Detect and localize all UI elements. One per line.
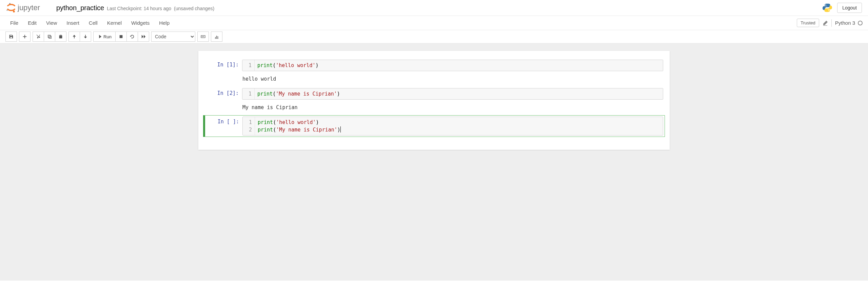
cut-button[interactable] (33, 32, 44, 42)
logout-button[interactable]: Logout (837, 3, 862, 13)
output-prompt (203, 75, 240, 83)
title-group: python_practice Last Checkpoint: 14 hour… (56, 4, 822, 12)
text-cursor (340, 126, 341, 132)
menu-widgets[interactable]: Widgets (126, 17, 154, 29)
paste-button[interactable] (55, 32, 66, 42)
code-cell[interactable]: In [1]:1print('hello world') (203, 58, 665, 73)
restart-run-all-button[interactable] (138, 32, 149, 42)
svg-rect-8 (120, 35, 123, 38)
menu-view[interactable]: View (41, 17, 62, 29)
svg-rect-6 (48, 35, 51, 38)
output-prompt (203, 103, 240, 112)
menu-help[interactable]: Help (154, 17, 174, 29)
kernel-status-idle-icon (858, 21, 863, 25)
cell-output: My name is Ciprian (240, 103, 665, 112)
notebook-scroll-area[interactable]: In [1]:1print('hello world')hello worldI… (0, 43, 868, 281)
command-palette-button[interactable] (197, 32, 209, 42)
notebook-name[interactable]: python_practice (56, 4, 104, 12)
unsaved-text: (unsaved changes) (174, 6, 214, 11)
code-cell[interactable]: In [ ]:12print('hello world')print('My n… (203, 115, 665, 137)
code-editor[interactable]: print('hello world') (255, 60, 663, 71)
menu-insert[interactable]: Insert (62, 17, 84, 29)
kernel-indicator[interactable]: Python 3 (835, 20, 863, 26)
code-editor[interactable]: print('My name is Ciprian') (255, 88, 663, 99)
trusted-indicator[interactable]: Trusted (797, 19, 819, 27)
svg-rect-9 (201, 36, 205, 38)
line-number-gutter: 1 (242, 60, 255, 71)
kernel-name: Python 3 (835, 20, 855, 26)
menu-edit[interactable]: Edit (23, 17, 41, 29)
move-down-button[interactable] (80, 32, 91, 42)
svg-point-5 (829, 10, 829, 11)
cell-input-area[interactable]: 1print('My name is Ciprian') (242, 88, 663, 100)
python-icon (822, 3, 832, 13)
interrupt-button[interactable] (116, 32, 127, 42)
svg-rect-7 (49, 36, 51, 38)
notebook-header: jupyter python_practice Last Checkpoint:… (0, 0, 868, 16)
svg-point-1 (13, 11, 15, 13)
menubar: FileEditViewInsertCellKernelWidgetsHelp … (0, 16, 868, 30)
cell-input-area[interactable]: 1print('hello world') (242, 60, 663, 71)
notebook-container: In [1]:1print('hello world')hello worldI… (198, 51, 670, 150)
move-up-button[interactable] (68, 32, 80, 42)
menu-cell[interactable]: Cell (84, 17, 102, 29)
checkpoint-text: Last Checkpoint: 14 hours ago (107, 6, 171, 11)
cell-output: hello world (240, 75, 665, 83)
menu-kernel[interactable]: Kernel (102, 17, 126, 29)
menu-file[interactable]: File (5, 17, 23, 29)
cell-input-area[interactable]: 12print('hello world')print('My name is … (242, 117, 663, 136)
input-prompt: In [2]: (205, 88, 242, 100)
jupyter-logo[interactable]: jupyter (6, 2, 50, 14)
divider (831, 19, 832, 27)
svg-text:jupyter: jupyter (17, 3, 40, 12)
code-cell[interactable]: In [2]:1print('My name is Ciprian') (203, 87, 665, 101)
insert-cell-below-button[interactable] (19, 32, 31, 42)
input-prompt: In [1]: (205, 60, 242, 71)
toolbar: Run Code (0, 30, 868, 43)
run-label: Run (103, 34, 112, 39)
input-prompt: In [ ]: (205, 117, 242, 136)
save-button[interactable] (5, 32, 17, 42)
open-charts-button[interactable] (211, 32, 222, 42)
edit-metadata-icon[interactable] (823, 20, 828, 26)
svg-point-4 (825, 4, 826, 5)
code-editor[interactable]: print('hello world')print('My name is Ci… (255, 117, 663, 135)
celltype-select[interactable]: Code (151, 32, 195, 42)
line-number-gutter: 12 (243, 117, 255, 135)
run-button[interactable]: Run (93, 32, 116, 42)
copy-button[interactable] (44, 32, 55, 42)
restart-button[interactable] (127, 32, 138, 42)
line-number-gutter: 1 (242, 88, 255, 99)
